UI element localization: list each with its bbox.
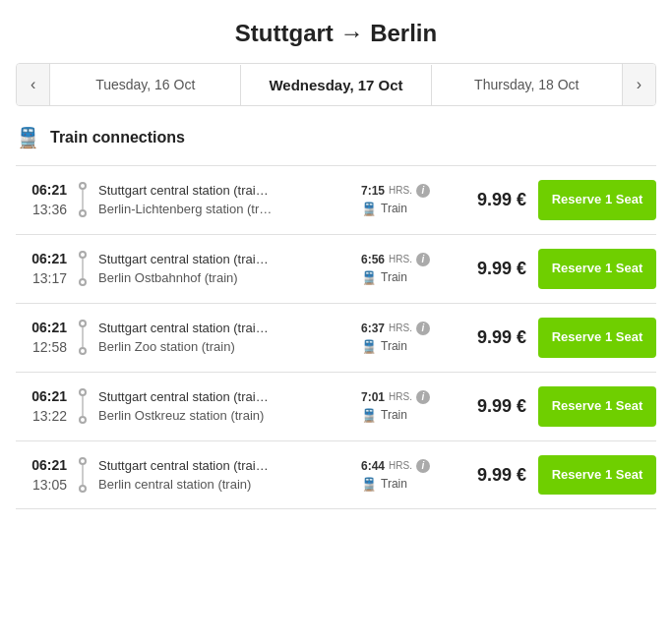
- duration-unit-4: HRS.: [389, 460, 412, 471]
- duration-val-4: 6:44: [361, 459, 385, 473]
- connection-row-4: 06:21 13:05 Stuttgart central station (t…: [16, 441, 656, 510]
- transport-icon-1: 🚆: [361, 270, 377, 285]
- transport-label-1: Train: [381, 270, 407, 284]
- duration-row-0: 7:15 HRS. i: [361, 184, 430, 198]
- dot-line-4: [82, 465, 84, 485]
- transport-label-3: Train: [381, 408, 407, 422]
- stations-col-0: Stuttgart central station (trai… Berlin-…: [98, 183, 353, 216]
- price-col-3: 9.99 €: [458, 396, 526, 417]
- reserve-col-4: Reserve 1 Seat: [538, 455, 656, 496]
- info-icon-2[interactable]: i: [416, 322, 430, 335]
- reserve-button-4[interactable]: Reserve 1 Seat: [538, 455, 656, 496]
- stations-col-4: Stuttgart central station (trai… Berlin …: [98, 458, 353, 492]
- duration-col-4: 6:44 HRS. i 🚆 Train: [361, 459, 450, 492]
- duration-row-2: 6:37 HRS. i: [361, 322, 430, 335]
- arrive-time-4: 13:05: [32, 477, 67, 493]
- transport-label-0: Train: [381, 202, 407, 215]
- duration-val-1: 6:56: [361, 253, 385, 266]
- date-nav-dates: Tuesday, 16 Oct Wednesday, 17 Oct Thursd…: [50, 65, 621, 105]
- dot-line-0: [82, 190, 84, 209]
- depart-time-4: 06:21: [31, 457, 67, 473]
- date-item-0[interactable]: Tuesday, 16 Oct: [50, 65, 241, 105]
- dot-arrive-0: [79, 209, 87, 217]
- dot-depart-2: [79, 320, 87, 327]
- connection-row-1: 06:21 13:17 Stuttgart central station (t…: [16, 235, 656, 304]
- dot-line-1: [82, 259, 84, 278]
- price-col-4: 9.99 €: [458, 465, 526, 486]
- dot-depart-3: [79, 388, 87, 396]
- price-col-2: 9.99 €: [458, 327, 526, 348]
- arrive-station-1: Berlin Ostbahnhof (train): [98, 270, 353, 285]
- arrive-time-3: 13:22: [32, 408, 67, 424]
- depart-station-3: Stuttgart central station (trai…: [98, 389, 353, 404]
- reserve-col-2: Reserve 1 Seat: [538, 318, 656, 358]
- date-nav-left-arrow[interactable]: ‹: [17, 64, 50, 105]
- dot-depart-4: [79, 457, 87, 465]
- duration-col-1: 6:56 HRS. i 🚆 Train: [361, 253, 450, 285]
- dots-col-4: [73, 457, 92, 493]
- dot-line-2: [82, 327, 84, 347]
- transport-row-3: 🚆 Train: [361, 408, 407, 423]
- duration-row-3: 7:01 HRS. i: [361, 390, 430, 404]
- depart-station-4: Stuttgart central station (trai…: [98, 458, 353, 473]
- depart-station-0: Stuttgart central station (trai…: [98, 183, 353, 198]
- duration-val-0: 7:15: [361, 184, 385, 198]
- info-icon-4[interactable]: i: [416, 459, 430, 473]
- dots-col-1: [73, 251, 92, 286]
- transport-icon-2: 🚆: [361, 339, 377, 354]
- duration-col-2: 6:37 HRS. i 🚆 Train: [361, 322, 450, 354]
- duration-row-1: 6:56 HRS. i: [361, 253, 430, 266]
- date-nav-right-arrow[interactable]: ›: [622, 64, 655, 105]
- stations-col-3: Stuttgart central station (trai… Berlin …: [98, 389, 353, 423]
- arrive-station-4: Berlin central station (train): [98, 477, 353, 492]
- depart-station-1: Stuttgart central station (trai…: [98, 252, 353, 266]
- arrive-time-0: 13:36: [32, 202, 67, 217]
- reserve-button-3[interactable]: Reserve 1 Seat: [538, 386, 656, 427]
- date-item-1[interactable]: Wednesday, 17 Oct: [241, 65, 432, 105]
- transport-icon-4: 🚆: [361, 477, 377, 492]
- transport-label-4: Train: [381, 477, 407, 491]
- depart-time-0: 06:21: [31, 182, 67, 198]
- dots-col-2: [73, 320, 92, 355]
- transport-icon-0: 🚆: [361, 202, 377, 216]
- dot-arrive-4: [79, 485, 87, 493]
- dot-depart-1: [79, 251, 87, 259]
- depart-time-1: 06:21: [31, 251, 67, 266]
- info-icon-0[interactable]: i: [416, 184, 430, 198]
- times-col-0: 06:21 13:36: [16, 182, 67, 217]
- arrive-time-1: 13:17: [32, 270, 67, 286]
- connection-row-0: 06:21 13:36 Stuttgart central station (t…: [16, 166, 656, 235]
- stations-col-1: Stuttgart central station (trai… Berlin …: [98, 252, 353, 285]
- reserve-button-1[interactable]: Reserve 1 Seat: [538, 249, 656, 289]
- duration-col-0: 7:15 HRS. i 🚆 Train: [361, 184, 450, 216]
- date-navigation: ‹ Tuesday, 16 Oct Wednesday, 17 Oct Thur…: [16, 63, 656, 106]
- transport-row-4: 🚆 Train: [361, 477, 407, 492]
- reserve-button-2[interactable]: Reserve 1 Seat: [538, 318, 656, 358]
- duration-unit-1: HRS.: [389, 254, 412, 264]
- connection-row-2: 06:21 12:58 Stuttgart central station (t…: [16, 304, 656, 373]
- duration-col-3: 7:01 HRS. i 🚆 Train: [361, 390, 450, 423]
- arrive-station-0: Berlin-Lichtenberg station (tr…: [98, 202, 353, 216]
- arrive-station-3: Berlin Ostkreuz station (train): [98, 408, 353, 423]
- train-icon-header: 🚆: [16, 126, 40, 149]
- info-icon-3[interactable]: i: [416, 390, 430, 404]
- reserve-col-1: Reserve 1 Seat: [538, 249, 656, 289]
- duration-val-2: 6:37: [361, 322, 385, 335]
- info-icon-1[interactable]: i: [416, 253, 430, 266]
- reserve-col-3: Reserve 1 Seat: [538, 386, 656, 427]
- dot-arrive-1: [79, 278, 87, 286]
- date-item-2[interactable]: Thursday, 18 Oct: [432, 65, 622, 105]
- transport-row-2: 🚆 Train: [361, 339, 407, 354]
- connection-row-3: 06:21 13:22 Stuttgart central station (t…: [16, 373, 656, 441]
- page-title: Stuttgart → Berlin: [16, 20, 656, 47]
- arrive-time-2: 12:58: [32, 339, 67, 355]
- reserve-button-0[interactable]: Reserve 1 Seat: [538, 180, 656, 220]
- connections-list: 06:21 13:36 Stuttgart central station (t…: [16, 166, 656, 509]
- duration-unit-0: HRS.: [389, 185, 412, 196]
- depart-station-2: Stuttgart central station (trai…: [98, 321, 353, 335]
- section-header-title: Train connections: [50, 129, 185, 146]
- arrive-station-2: Berlin Zoo station (train): [98, 339, 353, 354]
- page-wrapper: Stuttgart → Berlin ‹ Tuesday, 16 Oct Wed…: [0, 0, 672, 519]
- dots-col-0: [73, 182, 92, 217]
- section-header: 🚆 Train connections: [16, 126, 656, 155]
